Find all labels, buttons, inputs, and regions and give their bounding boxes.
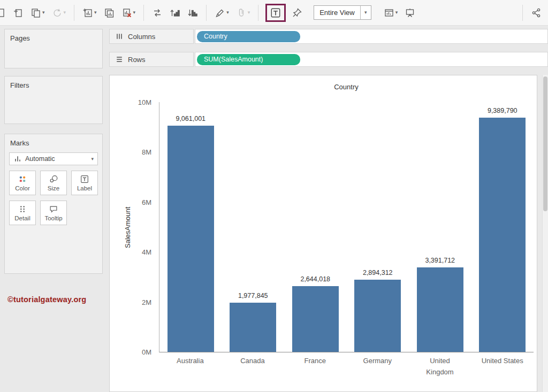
bar-value-label: 9,389,790 <box>471 107 534 114</box>
pill-country[interactable]: Country <box>197 31 300 42</box>
mark-type-value: Automatic <box>25 155 55 163</box>
filters-shelf[interactable]: Filters <box>4 76 103 124</box>
size-button[interactable]: Size <box>40 171 67 195</box>
share-icon[interactable] <box>530 6 543 19</box>
bar-australia[interactable] <box>168 126 214 352</box>
chevron-down-icon: ▾ <box>91 157 94 162</box>
bar-column: 1,977,845 <box>222 102 285 352</box>
tooltip-button[interactable]: Tooltip <box>40 201 67 225</box>
marks-card: Marks Automatic ▾ Color Size Label Detai… <box>4 134 103 274</box>
chevron-down-icon[interactable]: ▾ <box>395 10 398 15</box>
y-tick-label: 2M <box>142 298 151 306</box>
tooltip-button-label: Tooltip <box>44 215 62 221</box>
sort-ascending-icon[interactable] <box>169 6 181 19</box>
presentation-mode-icon[interactable] <box>404 6 416 19</box>
columns-pill-area[interactable]: Country <box>195 29 548 44</box>
pages-shelf[interactable]: Pages <box>4 29 103 68</box>
scrollbar-thumb[interactable] <box>543 76 547 211</box>
toolbar-separator <box>522 5 523 21</box>
x-axis-label: Canada <box>222 356 284 378</box>
marks-buttons: Color Size Label Detail Tooltip <box>9 171 98 225</box>
y-tick-label: 0M <box>142 348 151 356</box>
rows-shelf: Rows SUM(SalesAmount) <box>109 52 548 67</box>
chevron-down-icon[interactable]: ▾ <box>133 10 136 15</box>
rows-icon <box>115 55 124 64</box>
fit-selected-value: Entire View <box>314 9 360 17</box>
fit-selector[interactable]: Entire View ▾ <box>314 5 371 20</box>
bar-united-kingdom[interactable] <box>417 267 463 352</box>
bar-chart-icon <box>13 155 22 163</box>
bar-value-label: 3,391,712 <box>409 257 471 264</box>
bar-germany[interactable] <box>354 280 401 352</box>
sort-descending-icon[interactable] <box>186 6 199 19</box>
color-button-label: Color <box>15 185 29 191</box>
bar-value-label: 2,894,312 <box>347 269 409 276</box>
filters-title: Filters <box>5 76 102 91</box>
chart-title: Country <box>159 83 534 91</box>
bar-france[interactable] <box>292 286 339 352</box>
label-button[interactable]: Label <box>71 171 98 195</box>
rows-shelf-label: Rows <box>128 56 146 64</box>
bar-column: 3,391,712 <box>409 102 471 352</box>
run-update-icon: ▾ <box>51 6 67 19</box>
show-mark-labels-highlight-box <box>265 4 286 22</box>
columns-shelf-header: Columns <box>109 29 194 44</box>
chevron-down-icon[interactable]: ▾ <box>42 10 45 15</box>
save-icon[interactable] <box>0 6 7 19</box>
toolbar-separator <box>258 5 258 21</box>
plot-area[interactable]: 9,061,0011,977,8452,644,0182,894,3123,39… <box>159 102 534 352</box>
x-axis-labels: AustraliaCanadaFranceGermanyUnited Kingd… <box>159 356 534 378</box>
y-tick-label: 8M <box>142 148 151 156</box>
clear-sheet-icon[interactable]: ▾ <box>120 6 137 19</box>
chevron-down-icon[interactable]: ▾ <box>94 10 97 15</box>
columns-shelf: Columns Country <box>109 29 548 44</box>
color-icon <box>18 174 27 184</box>
rows-pill-area[interactable]: SUM(SalesAmount) <box>195 52 548 67</box>
tooltip-icon <box>49 204 58 214</box>
add-data-source-icon[interactable] <box>12 6 25 19</box>
detail-icon <box>18 204 27 214</box>
toolbar-separator <box>143 5 144 21</box>
size-button-label: Size <box>48 185 59 191</box>
y-tick-label: 6M <box>142 198 151 206</box>
pages-title: Pages <box>5 29 102 44</box>
group-members-icon: ▾ <box>235 6 252 19</box>
highlight-icon[interactable]: ▾ <box>214 6 230 19</box>
vertical-scrollbar[interactable] <box>542 75 548 392</box>
bar-column: 2,644,018 <box>284 102 347 352</box>
x-axis-label: France <box>284 356 346 378</box>
label-icon <box>80 174 89 184</box>
bar-value-label: 9,061,001 <box>159 115 222 122</box>
new-worksheet-icon[interactable]: ▾ <box>81 6 98 19</box>
bar-united-states[interactable] <box>479 118 526 352</box>
bar-value-label: 1,977,845 <box>222 292 285 299</box>
bar-column: 9,389,790 <box>471 102 534 352</box>
x-axis-label: Australia <box>159 356 222 378</box>
y-tick-label: 10M <box>138 98 151 106</box>
detail-button[interactable]: Detail <box>9 201 36 225</box>
columns-icon <box>115 32 124 41</box>
color-button[interactable]: Color <box>9 171 36 195</box>
tableau-window: ▾ ▾ ▾ ▾ ▾ <box>0 0 548 392</box>
x-axis-label: United States <box>471 356 534 378</box>
chevron-down-icon: ▾ <box>364 10 367 15</box>
chevron-down-icon: ▾ <box>248 10 250 15</box>
pause-auto-updates-icon[interactable]: ▾ <box>29 6 46 19</box>
duplicate-sheet-icon[interactable] <box>103 6 116 19</box>
show-mark-labels-button[interactable] <box>270 7 281 19</box>
show-hide-cards-icon[interactable]: ▾ <box>383 6 399 19</box>
pill-sum-salesamount[interactable]: SUM(SalesAmount) <box>197 54 300 65</box>
fit-chevron-button[interactable]: ▾ <box>360 6 371 19</box>
fix-axes-icon[interactable] <box>291 6 303 19</box>
chevron-down-icon[interactable]: ▾ <box>226 10 229 15</box>
swap-rows-columns-icon[interactable] <box>151 6 164 19</box>
label-button-label: Label <box>77 185 92 191</box>
toolbar-separator <box>74 5 74 21</box>
marks-title: Marks <box>5 134 102 149</box>
mark-type-dropdown[interactable]: Automatic ▾ <box>9 152 98 165</box>
chevron-down-icon: ▾ <box>64 10 66 15</box>
bar-canada[interactable] <box>230 303 276 352</box>
chart-area: Country SalesAmount 0M2M4M6M8M10M 9,061,… <box>109 75 537 392</box>
x-axis-label: Germany <box>346 356 409 378</box>
x-axis-label: United Kingdom <box>409 356 471 378</box>
